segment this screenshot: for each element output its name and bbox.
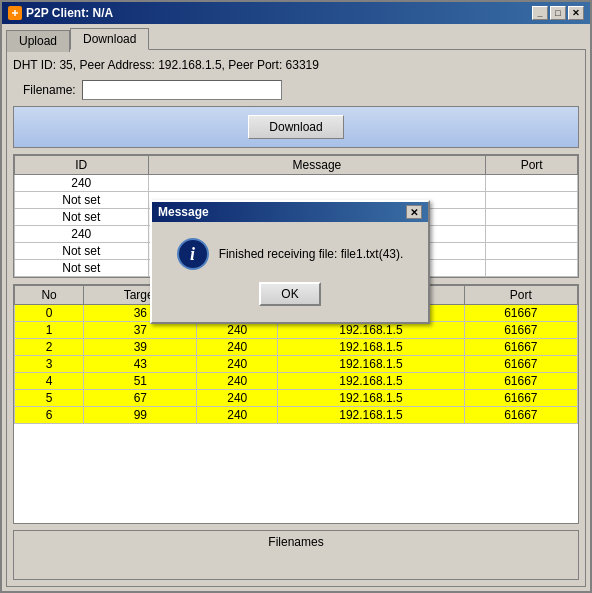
main-window: P2P Client: N/A _ □ ✕ Upload Download DH… bbox=[0, 0, 592, 593]
dialog-ok-button[interactable]: OK bbox=[259, 282, 320, 306]
message-dialog: Message ✕ i Finished receiving file: fil… bbox=[150, 200, 430, 324]
dialog-close-button[interactable]: ✕ bbox=[406, 205, 422, 219]
dialog-overlay: Message ✕ i Finished receiving file: fil… bbox=[0, 0, 592, 593]
dialog-content: i Finished receiving file: file1.txt(43)… bbox=[177, 238, 404, 270]
dialog-body: i Finished receiving file: file1.txt(43)… bbox=[152, 222, 428, 322]
dialog-title-label: Message bbox=[158, 205, 209, 219]
dialog-message: Finished receiving file: file1.txt(43). bbox=[219, 247, 404, 261]
dialog-title-bar: Message ✕ bbox=[152, 202, 428, 222]
info-icon: i bbox=[177, 238, 209, 270]
